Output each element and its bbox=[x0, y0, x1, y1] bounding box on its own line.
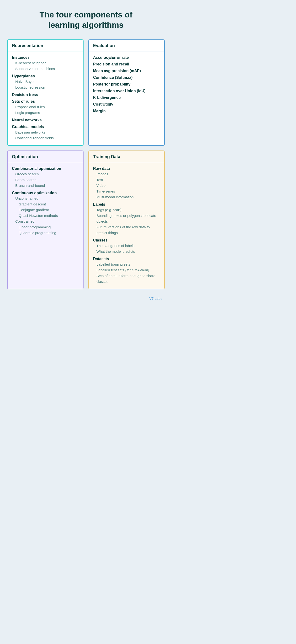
list-item: Cost/Utility bbox=[93, 102, 160, 106]
list-item: Mean avg precision (mAP) bbox=[93, 69, 160, 73]
list-item: Branch-and-bound bbox=[12, 183, 79, 188]
datasets-label: Datasets bbox=[93, 257, 160, 261]
list-item: Time-series bbox=[93, 188, 160, 194]
list-item: Future versions of the raw data to predi… bbox=[93, 224, 160, 236]
sets-of-rules-label: Sets of rules bbox=[12, 99, 79, 104]
decision-tress-label: Decision tress bbox=[12, 93, 79, 97]
list-item: Linear programming bbox=[12, 224, 79, 230]
raw-data-label: Raw data bbox=[93, 166, 160, 171]
list-item: Labelled training sets bbox=[93, 262, 160, 267]
optimization-card: Optimization Combinatorial optimization … bbox=[7, 150, 83, 289]
list-item: Gradient descent bbox=[12, 201, 79, 207]
content-grid: Representation Instances K-nearest neigh… bbox=[7, 40, 165, 289]
list-item: Confidence (Softmax) bbox=[93, 76, 160, 80]
graphical-models-label: Graphical models bbox=[12, 125, 79, 129]
optimization-header: Optimization bbox=[8, 151, 83, 163]
list-item: Conjugate gradient bbox=[12, 207, 79, 213]
list-item: Unconstrained bbox=[12, 196, 79, 201]
optimization-body: Combinatorial optimization Greedy search… bbox=[8, 163, 83, 240]
classes-label: Classes bbox=[93, 238, 160, 242]
list-item: Tags (e.g. “cat”) bbox=[93, 207, 160, 213]
evaluation-header: Evaluation bbox=[89, 40, 164, 52]
page-title: The four components of learning algorith… bbox=[39, 10, 132, 30]
list-item: K-nearest neighbor bbox=[12, 60, 79, 66]
neural-networks-label: Neural networks bbox=[12, 118, 79, 122]
labels-label: Labels bbox=[93, 202, 160, 206]
list-item: Logistic regression bbox=[12, 84, 79, 90]
list-item: Posterior probability bbox=[93, 82, 160, 86]
combinatorial-label: Combinatorial optimization bbox=[12, 166, 79, 171]
list-item: Text bbox=[93, 177, 160, 183]
list-item: K-L divergence bbox=[93, 96, 160, 100]
list-item: Constrained bbox=[12, 218, 79, 224]
list-item: Greedy search bbox=[12, 171, 79, 177]
list-item: Propositional rules bbox=[12, 104, 79, 110]
list-item: What the model predicts bbox=[93, 249, 160, 254]
list-item: Multi-modal information bbox=[93, 194, 160, 200]
list-item: Bayesian networks bbox=[12, 130, 79, 135]
list-item: Logic programs bbox=[12, 110, 79, 116]
list-item: Accuracy/Error rate bbox=[93, 56, 160, 60]
instances-label: Instances bbox=[12, 56, 79, 60]
list-item: Labelled test sets (for evaluation) bbox=[93, 267, 160, 273]
representation-body: Instances K-nearest neighbor Support vec… bbox=[8, 52, 83, 145]
list-item: Sets of data uniform enough to share cla… bbox=[93, 273, 160, 284]
continuous-label: Continuous optimization bbox=[12, 191, 79, 195]
list-item: Quasi-Newston methods bbox=[12, 213, 79, 218]
evaluation-body: Accuracy/Error rate Precision and recall… bbox=[89, 52, 164, 118]
training-header: Training Data bbox=[89, 151, 164, 163]
list-item: The categories of labels bbox=[93, 243, 160, 249]
list-item: Intersection over Union (IoU) bbox=[93, 89, 160, 93]
list-item: Quadratic programming bbox=[12, 230, 79, 236]
list-item: Contitional randon fields bbox=[12, 135, 79, 141]
list-item: Beam search bbox=[12, 177, 79, 183]
representation-header: Representation bbox=[8, 40, 83, 52]
evaluation-card: Evaluation Accuracy/Error rate Precision… bbox=[88, 40, 165, 146]
footer-label: V7 Labs bbox=[149, 296, 162, 300]
list-item: Margin bbox=[93, 109, 160, 113]
training-body: Raw data Images Text Video Time-series M… bbox=[89, 163, 164, 289]
list-item: Naive Bayes bbox=[12, 79, 79, 84]
training-card: Training Data Raw data Images Text Video… bbox=[88, 150, 165, 289]
hyperplanes-label: Hyperplanes bbox=[12, 74, 79, 78]
list-item: Video bbox=[93, 183, 160, 188]
list-item: Bounding boxes or polygons to locate obj… bbox=[93, 213, 160, 224]
list-item: Images bbox=[93, 171, 160, 177]
list-item: Support vector machines bbox=[12, 66, 79, 72]
list-item: Precision and recall bbox=[93, 62, 160, 66]
footer: V7 Labs bbox=[7, 296, 165, 301]
representation-card: Representation Instances K-nearest neigh… bbox=[7, 40, 83, 146]
